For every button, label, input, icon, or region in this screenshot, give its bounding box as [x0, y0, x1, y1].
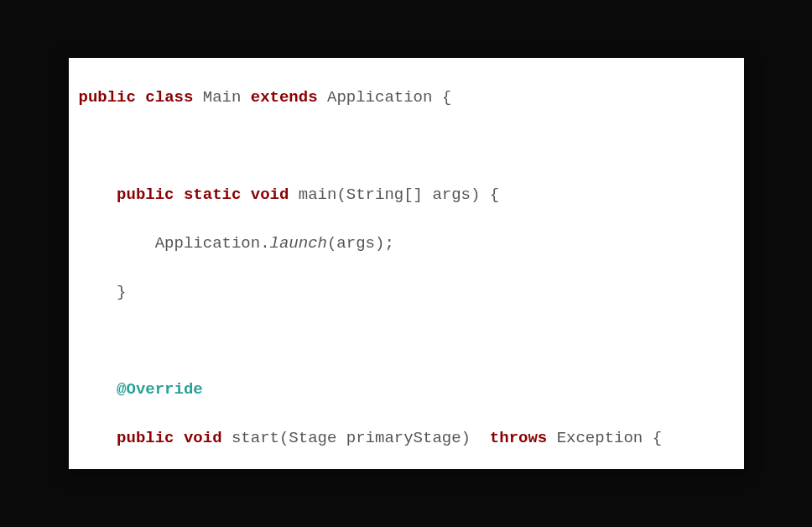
code-line-1[interactable]: public class Main extends Application { [69, 86, 744, 110]
annotation-override: @Override [117, 380, 203, 399]
superclass-name: Application [327, 88, 432, 107]
class-name: Main [203, 88, 242, 107]
keyword-throws: throws [490, 429, 547, 447]
brace: { [490, 185, 499, 204]
code-editor[interactable]: public class Main extends Application { … [69, 58, 744, 469]
editor-window: public class Main extends Application { … [69, 58, 744, 469]
exception-type: Exception [557, 429, 643, 447]
code-line-6[interactable] [69, 329, 744, 353]
params: (Stage primaryStage) [279, 429, 480, 447]
code-line-7[interactable]: @Override [69, 378, 744, 402]
keyword-class: class [145, 88, 193, 107]
params: (String[] args) [336, 185, 489, 204]
keyword-public: public [79, 88, 136, 107]
call-qualifier: Application. [155, 234, 270, 253]
code-line-3[interactable]: public static void main(String[] args) { [69, 183, 744, 207]
code-line-4[interactable]: Application.launch(args); [69, 232, 744, 256]
keyword-public: public [117, 429, 174, 447]
page-outer: public class Main extends Application { … [0, 0, 812, 527]
method-name-main: main [299, 185, 337, 204]
brace: { [643, 429, 662, 447]
keyword-void: void [184, 429, 222, 447]
keyword-static: static [184, 185, 241, 204]
keyword-extends: extends [251, 88, 318, 107]
code-line-2[interactable] [69, 134, 744, 159]
call-args: (args); [327, 234, 394, 253]
method-name-start: start [232, 429, 279, 447]
call-method: launch [270, 234, 327, 253]
keyword-void: void [251, 185, 289, 204]
code-line-5[interactable]: } [69, 280, 744, 305]
brace: { [432, 88, 451, 107]
keyword-public: public [117, 185, 174, 204]
code-line-8[interactable]: public void start(Stage primaryStage) th… [69, 426, 744, 451]
brace: } [117, 283, 126, 301]
